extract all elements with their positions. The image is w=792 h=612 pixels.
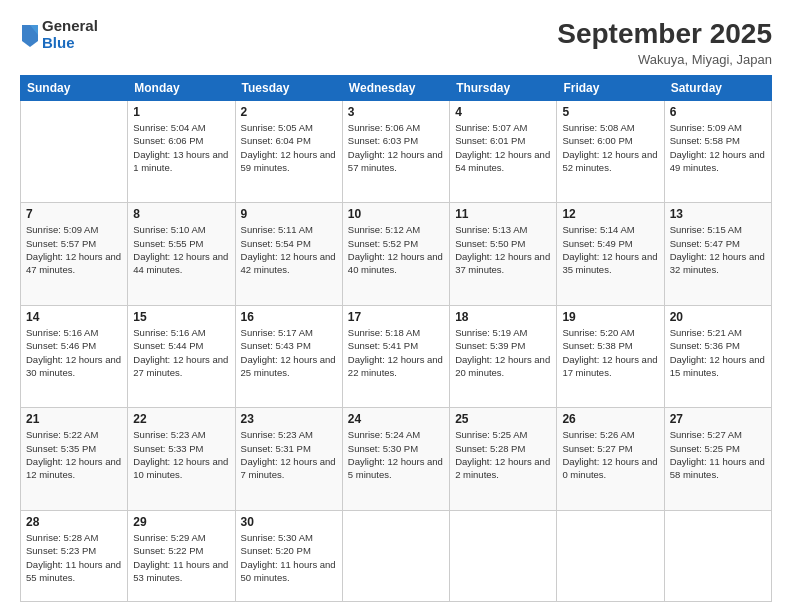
table-row: 25 Sunrise: 5:25 AM Sunset: 5:28 PM Dayl… <box>450 408 557 510</box>
day-info: Sunrise: 5:23 AM Sunset: 5:33 PM Dayligh… <box>133 428 229 481</box>
table-row: 9 Sunrise: 5:11 AM Sunset: 5:54 PM Dayli… <box>235 203 342 305</box>
day-number: 2 <box>241 105 337 119</box>
logo-icon <box>20 21 40 49</box>
sunrise-text: Sunrise: 5:23 AM <box>241 429 313 440</box>
sunrise-text: Sunrise: 5:07 AM <box>455 122 527 133</box>
day-info: Sunrise: 5:21 AM Sunset: 5:36 PM Dayligh… <box>670 326 766 379</box>
sunset-text: Sunset: 5:35 PM <box>26 443 96 454</box>
sunset-text: Sunset: 5:54 PM <box>241 238 311 249</box>
table-row: 14 Sunrise: 5:16 AM Sunset: 5:46 PM Dayl… <box>21 305 128 407</box>
day-number: 10 <box>348 207 444 221</box>
table-row: 7 Sunrise: 5:09 AM Sunset: 5:57 PM Dayli… <box>21 203 128 305</box>
table-row: 17 Sunrise: 5:18 AM Sunset: 5:41 PM Dayl… <box>342 305 449 407</box>
sunset-text: Sunset: 5:36 PM <box>670 340 740 351</box>
sunset-text: Sunset: 5:52 PM <box>348 238 418 249</box>
sunrise-text: Sunrise: 5:21 AM <box>670 327 742 338</box>
location: Wakuya, Miyagi, Japan <box>557 52 772 67</box>
table-row: 6 Sunrise: 5:09 AM Sunset: 5:58 PM Dayli… <box>664 101 771 203</box>
col-sunday: Sunday <box>21 76 128 101</box>
daylight-text: Daylight: 11 hours and 55 minutes. <box>26 559 121 583</box>
table-row: 30 Sunrise: 5:30 AM Sunset: 5:20 PM Dayl… <box>235 510 342 601</box>
sunrise-text: Sunrise: 5:18 AM <box>348 327 420 338</box>
day-number: 25 <box>455 412 551 426</box>
page: General Blue September 2025 Wakuya, Miya… <box>0 0 792 612</box>
table-row: 15 Sunrise: 5:16 AM Sunset: 5:44 PM Dayl… <box>128 305 235 407</box>
sunrise-text: Sunrise: 5:22 AM <box>26 429 98 440</box>
table-row: 11 Sunrise: 5:13 AM Sunset: 5:50 PM Dayl… <box>450 203 557 305</box>
table-row: 18 Sunrise: 5:19 AM Sunset: 5:39 PM Dayl… <box>450 305 557 407</box>
day-info: Sunrise: 5:06 AM Sunset: 6:03 PM Dayligh… <box>348 121 444 174</box>
table-row: 1 Sunrise: 5:04 AM Sunset: 6:06 PM Dayli… <box>128 101 235 203</box>
sunrise-text: Sunrise: 5:23 AM <box>133 429 205 440</box>
daylight-text: Daylight: 12 hours and 35 minutes. <box>562 251 657 275</box>
day-info: Sunrise: 5:30 AM Sunset: 5:20 PM Dayligh… <box>241 531 337 584</box>
table-row: 16 Sunrise: 5:17 AM Sunset: 5:43 PM Dayl… <box>235 305 342 407</box>
day-number: 28 <box>26 515 122 529</box>
day-number: 19 <box>562 310 658 324</box>
day-info: Sunrise: 5:28 AM Sunset: 5:23 PM Dayligh… <box>26 531 122 584</box>
daylight-text: Daylight: 12 hours and 32 minutes. <box>670 251 765 275</box>
sunrise-text: Sunrise: 5:09 AM <box>26 224 98 235</box>
sunset-text: Sunset: 5:33 PM <box>133 443 203 454</box>
day-number: 24 <box>348 412 444 426</box>
daylight-text: Daylight: 12 hours and 40 minutes. <box>348 251 443 275</box>
day-info: Sunrise: 5:17 AM Sunset: 5:43 PM Dayligh… <box>241 326 337 379</box>
day-number: 12 <box>562 207 658 221</box>
sunrise-text: Sunrise: 5:09 AM <box>670 122 742 133</box>
day-info: Sunrise: 5:25 AM Sunset: 5:28 PM Dayligh… <box>455 428 551 481</box>
col-friday: Friday <box>557 76 664 101</box>
sunrise-text: Sunrise: 5:29 AM <box>133 532 205 543</box>
day-info: Sunrise: 5:08 AM Sunset: 6:00 PM Dayligh… <box>562 121 658 174</box>
day-number: 14 <box>26 310 122 324</box>
sunrise-text: Sunrise: 5:28 AM <box>26 532 98 543</box>
day-number: 15 <box>133 310 229 324</box>
day-number: 11 <box>455 207 551 221</box>
sunset-text: Sunset: 6:03 PM <box>348 135 418 146</box>
table-row: 29 Sunrise: 5:29 AM Sunset: 5:22 PM Dayl… <box>128 510 235 601</box>
daylight-text: Daylight: 12 hours and 54 minutes. <box>455 149 550 173</box>
sunrise-text: Sunrise: 5:08 AM <box>562 122 634 133</box>
day-number: 18 <box>455 310 551 324</box>
sunset-text: Sunset: 5:38 PM <box>562 340 632 351</box>
day-number: 4 <box>455 105 551 119</box>
sunrise-text: Sunrise: 5:04 AM <box>133 122 205 133</box>
sunrise-text: Sunrise: 5:19 AM <box>455 327 527 338</box>
day-info: Sunrise: 5:18 AM Sunset: 5:41 PM Dayligh… <box>348 326 444 379</box>
daylight-text: Daylight: 12 hours and 37 minutes. <box>455 251 550 275</box>
col-wednesday: Wednesday <box>342 76 449 101</box>
table-row: 27 Sunrise: 5:27 AM Sunset: 5:25 PM Dayl… <box>664 408 771 510</box>
day-info: Sunrise: 5:04 AM Sunset: 6:06 PM Dayligh… <box>133 121 229 174</box>
calendar-header-row: Sunday Monday Tuesday Wednesday Thursday… <box>21 76 772 101</box>
day-number: 13 <box>670 207 766 221</box>
sunset-text: Sunset: 5:25 PM <box>670 443 740 454</box>
title-block: September 2025 Wakuya, Miyagi, Japan <box>557 18 772 67</box>
daylight-text: Daylight: 12 hours and 5 minutes. <box>348 456 443 480</box>
sunset-text: Sunset: 5:50 PM <box>455 238 525 249</box>
daylight-text: Daylight: 12 hours and 57 minutes. <box>348 149 443 173</box>
sunset-text: Sunset: 5:57 PM <box>26 238 96 249</box>
day-info: Sunrise: 5:16 AM Sunset: 5:44 PM Dayligh… <box>133 326 229 379</box>
table-row <box>342 510 449 601</box>
daylight-text: Daylight: 12 hours and 47 minutes. <box>26 251 121 275</box>
sunset-text: Sunset: 5:58 PM <box>670 135 740 146</box>
table-row <box>664 510 771 601</box>
daylight-text: Daylight: 12 hours and 0 minutes. <box>562 456 657 480</box>
sunset-text: Sunset: 5:30 PM <box>348 443 418 454</box>
table-row: 8 Sunrise: 5:10 AM Sunset: 5:55 PM Dayli… <box>128 203 235 305</box>
day-number: 21 <box>26 412 122 426</box>
sunset-text: Sunset: 6:00 PM <box>562 135 632 146</box>
sunset-text: Sunset: 5:49 PM <box>562 238 632 249</box>
day-info: Sunrise: 5:09 AM Sunset: 5:57 PM Dayligh… <box>26 223 122 276</box>
day-number: 16 <box>241 310 337 324</box>
day-info: Sunrise: 5:26 AM Sunset: 5:27 PM Dayligh… <box>562 428 658 481</box>
table-row: 28 Sunrise: 5:28 AM Sunset: 5:23 PM Dayl… <box>21 510 128 601</box>
table-row: 13 Sunrise: 5:15 AM Sunset: 5:47 PM Dayl… <box>664 203 771 305</box>
daylight-text: Daylight: 12 hours and 17 minutes. <box>562 354 657 378</box>
day-number: 20 <box>670 310 766 324</box>
day-info: Sunrise: 5:07 AM Sunset: 6:01 PM Dayligh… <box>455 121 551 174</box>
daylight-text: Daylight: 12 hours and 12 minutes. <box>26 456 121 480</box>
table-row: 2 Sunrise: 5:05 AM Sunset: 6:04 PM Dayli… <box>235 101 342 203</box>
day-number: 23 <box>241 412 337 426</box>
calendar-table: Sunday Monday Tuesday Wednesday Thursday… <box>20 75 772 602</box>
table-row: 4 Sunrise: 5:07 AM Sunset: 6:01 PM Dayli… <box>450 101 557 203</box>
